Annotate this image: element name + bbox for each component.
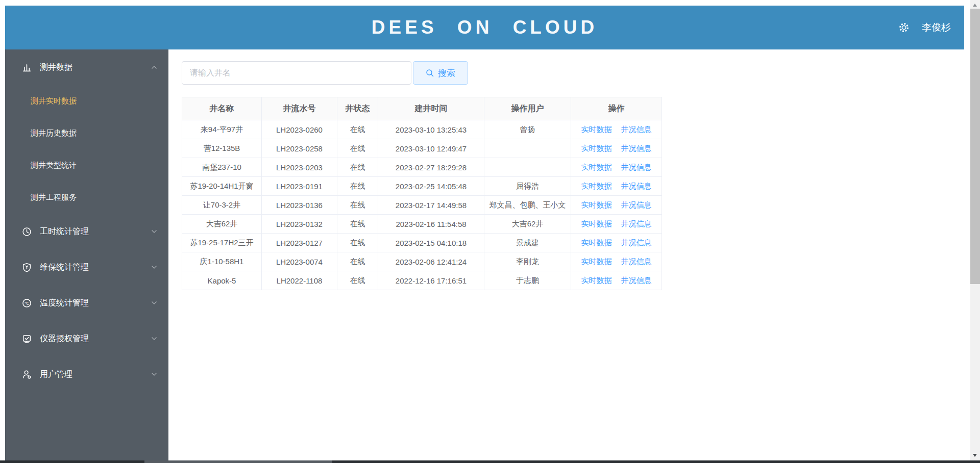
created-cell: 2022-12-16 17:16:51 bbox=[378, 271, 484, 290]
well-info-link[interactable]: 井况信息 bbox=[621, 125, 652, 134]
serial-cell: LH2022-1108 bbox=[262, 271, 337, 290]
shield-wrench-icon bbox=[20, 263, 33, 272]
well-name-cell: 营12-135B bbox=[182, 139, 262, 158]
realtime-data-link[interactable]: 实时数据 bbox=[581, 200, 612, 209]
realtime-data-link[interactable]: 实时数据 bbox=[581, 182, 612, 190]
created-cell: 2023-02-25 14:05:48 bbox=[378, 177, 484, 196]
realtime-data-link[interactable]: 实时数据 bbox=[581, 144, 612, 152]
realtime-data-link[interactable]: 实时数据 bbox=[581, 125, 612, 134]
sidebar-item-logging-type-stats[interactable]: 测井类型统计 bbox=[5, 149, 168, 182]
well-info-link[interactable]: 井况信息 bbox=[621, 200, 652, 209]
well-info-link[interactable]: 井况信息 bbox=[621, 238, 652, 247]
operator-cell: 景成建 bbox=[484, 234, 571, 252]
actions-cell: 实时数据井况信息 bbox=[571, 120, 662, 139]
column-header-created: 建井时间 bbox=[378, 97, 484, 120]
status-cell: 在线 bbox=[337, 252, 378, 271]
well-info-link[interactable]: 井况信息 bbox=[621, 257, 652, 266]
wells-table: 井名称 井流水号 井状态 建井时间 操作用户 操作 来94-平97井LH2023… bbox=[182, 97, 662, 290]
status-cell: 在线 bbox=[337, 215, 378, 234]
created-cell: 2023-03-10 13:25:43 bbox=[378, 120, 484, 139]
sidebar-subitem-label: 测井工程服务 bbox=[31, 193, 77, 202]
realtime-data-link[interactable]: 实时数据 bbox=[581, 257, 612, 266]
realtime-data-link[interactable]: 实时数据 bbox=[581, 238, 612, 247]
status-cell: 在线 bbox=[337, 234, 378, 252]
sidebar-item-logging-realtime-data[interactable]: 测井实时数据 bbox=[5, 85, 168, 117]
sidebar-item-label: 用户管理 bbox=[40, 369, 72, 380]
well-name-cell: 庆1-10-58H1 bbox=[182, 252, 262, 271]
table-row: 让70-3-2井LH2023-0136在线2023-02-17 14:49:58… bbox=[182, 196, 662, 215]
actions-cell: 实时数据井况信息 bbox=[571, 215, 662, 234]
created-cell: 2023-03-10 12:49:47 bbox=[378, 139, 484, 158]
chevron-up-icon bbox=[151, 65, 157, 69]
column-header-actions: 操作 bbox=[571, 97, 662, 120]
sidebar-item-maintenance-management[interactable]: 维保统计管理 bbox=[5, 249, 168, 285]
actions-cell: 实时数据井况信息 bbox=[571, 139, 662, 158]
actions-cell: 实时数据井况信息 bbox=[571, 177, 662, 196]
table-row: 营12-135BLH2023-0258在线2023-03-10 12:49:47… bbox=[182, 139, 662, 158]
status-cell: 在线 bbox=[337, 139, 378, 158]
table-header: 井名称 井流水号 井状态 建井时间 操作用户 操作 bbox=[182, 97, 662, 120]
sidebar-item-label: 维保统计管理 bbox=[40, 262, 89, 273]
serial-cell: LH2023-0258 bbox=[262, 139, 337, 158]
serial-cell: LH2023-0191 bbox=[262, 177, 337, 196]
operator-cell: 曾扬 bbox=[484, 120, 571, 139]
column-header-serial: 井流水号 bbox=[262, 97, 337, 120]
well-name-cell: 南堡237-10 bbox=[182, 158, 262, 177]
chevron-down-icon bbox=[151, 265, 157, 269]
realtime-data-link[interactable]: 实时数据 bbox=[581, 163, 612, 171]
vertical-scrollbar-thumb[interactable] bbox=[970, 9, 980, 284]
user-gear-icon bbox=[20, 370, 33, 379]
actions-cell: 实时数据井况信息 bbox=[571, 158, 662, 177]
sidebar-item-instrument-authorization[interactable]: 仪器授权管理 bbox=[5, 321, 168, 356]
table-row: 南堡237-10LH2023-0203在线2023-02-27 18:29:28… bbox=[182, 158, 662, 177]
operator-cell: 郑文昌、包鹏、王小文 bbox=[484, 196, 571, 215]
well-name-cell: 让70-3-2井 bbox=[182, 196, 262, 215]
search-row: 搜索 bbox=[182, 61, 468, 85]
sidebar-item-user-management[interactable]: 用户管理 bbox=[5, 356, 168, 392]
operator-cell: 大吉62井 bbox=[484, 215, 571, 234]
vertical-scrollbar[interactable] bbox=[970, 0, 980, 463]
realtime-data-link[interactable]: 实时数据 bbox=[581, 276, 612, 285]
table-row: 庆1-10-58H1LH2023-0074在线2023-02-06 12:41:… bbox=[182, 252, 662, 271]
temperature-icon: ℃ bbox=[20, 298, 33, 308]
sidebar-item-logging-history-data[interactable]: 测井历史数据 bbox=[5, 117, 168, 149]
sidebar-subitem-label: 测井历史数据 bbox=[31, 128, 77, 138]
chevron-down-icon bbox=[151, 301, 157, 305]
serial-cell: LH2023-0203 bbox=[262, 158, 337, 177]
scroll-down-arrow-icon[interactable] bbox=[973, 454, 977, 457]
search-button[interactable]: 搜索 bbox=[413, 61, 468, 85]
sidebar-item-logging-engineering-service[interactable]: 测井工程服务 bbox=[5, 182, 168, 214]
chevron-down-icon bbox=[151, 372, 157, 376]
horizontal-scrollbar-thumb[interactable] bbox=[144, 460, 332, 463]
created-cell: 2023-02-06 12:41:24 bbox=[378, 252, 484, 271]
gear-icon[interactable] bbox=[898, 22, 910, 33]
user-name[interactable]: 李俊杉 bbox=[922, 21, 951, 34]
well-info-link[interactable]: 井况信息 bbox=[621, 276, 652, 285]
status-cell: 在线 bbox=[337, 158, 378, 177]
bar-chart-icon bbox=[20, 63, 33, 72]
chevron-down-icon bbox=[151, 337, 157, 341]
well-info-link[interactable]: 井况信息 bbox=[621, 144, 652, 152]
sidebar-item-temperature-management[interactable]: ℃ 温度统计管理 bbox=[5, 285, 168, 321]
realtime-data-link[interactable]: 实时数据 bbox=[581, 219, 612, 228]
well-name-search-input[interactable] bbox=[182, 61, 411, 85]
sidebar-item-label: 仪器授权管理 bbox=[40, 333, 89, 344]
sidebar-item-logging-data[interactable]: 测井数据 bbox=[5, 49, 168, 85]
well-info-link[interactable]: 井况信息 bbox=[621, 182, 652, 190]
serial-cell: LH2023-0260 bbox=[262, 120, 337, 139]
main-content: 搜索 井名称 井流水号 井状态 建井时间 操作用户 操作 bbox=[168, 49, 964, 463]
sidebar-item-label: 工时统计管理 bbox=[40, 226, 89, 237]
well-name-cell: 大吉62井 bbox=[182, 215, 262, 234]
scroll-up-arrow-icon[interactable] bbox=[973, 4, 977, 7]
well-info-link[interactable]: 井况信息 bbox=[621, 219, 652, 228]
horizontal-scrollbar[interactable] bbox=[0, 460, 980, 463]
actions-cell: 实时数据井况信息 bbox=[571, 196, 662, 215]
serial-cell: LH2023-0136 bbox=[262, 196, 337, 215]
well-info-link[interactable]: 井况信息 bbox=[621, 163, 652, 171]
topbar-right: 李俊杉 bbox=[898, 6, 951, 49]
chevron-down-icon bbox=[151, 229, 157, 234]
page: DEES ON CLOUD 李俊杉 测井数据 测井 bbox=[0, 0, 980, 463]
serial-cell: LH2023-0127 bbox=[262, 234, 337, 252]
sidebar-item-work-hours-management[interactable]: 工时统计管理 bbox=[5, 214, 168, 249]
sidebar-subitem-label: 测井实时数据 bbox=[31, 96, 77, 106]
